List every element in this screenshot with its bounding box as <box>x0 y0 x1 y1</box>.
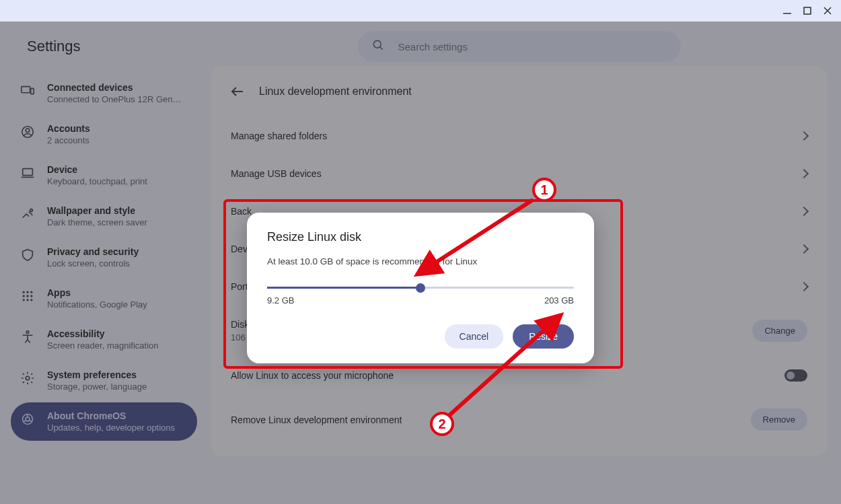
resize-disk-dialog: Resize Linux disk At least 10.0 GB of sp… <box>247 213 594 363</box>
window-close-button[interactable] <box>822 5 833 16</box>
slider-max-label: 203 GB <box>544 295 574 305</box>
dialog-message: At least 10.0 GB of space is recommended… <box>267 256 574 266</box>
slider-min-label: 9.2 GB <box>267 295 294 305</box>
cancel-button[interactable]: Cancel <box>445 324 504 349</box>
window-titlebar <box>0 0 841 22</box>
dialog-title: Resize Linux disk <box>267 230 574 244</box>
app-root: Settings Connected devicesConnected to O… <box>0 22 841 504</box>
window-maximize-button[interactable] <box>802 5 813 16</box>
window-minimize-button[interactable] <box>782 5 793 16</box>
disk-size-slider[interactable] <box>267 287 574 289</box>
svg-rect-1 <box>804 7 811 14</box>
resize-button[interactable]: Resize <box>513 324 574 349</box>
slider-thumb[interactable] <box>416 283 425 293</box>
